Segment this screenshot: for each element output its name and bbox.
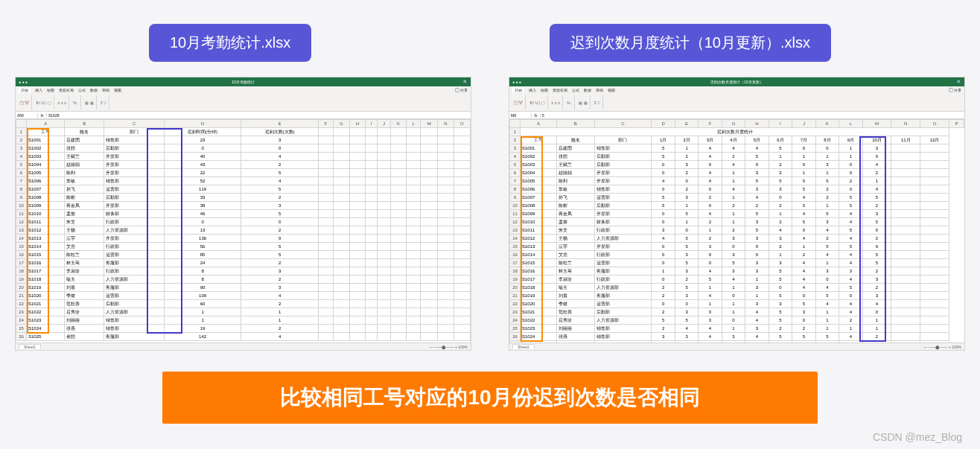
data-cell[interactable]: 1 [164,308,241,316]
data-cell[interactable]: 3 [675,292,698,300]
data-cell[interactable]: 1 [815,202,839,210]
data-cell[interactable]: 孙飞 [557,194,594,202]
data-cell[interactable]: S1004 [521,169,557,177]
data-cell[interactable]: 5 [745,226,769,235]
column-header[interactable]: G [333,120,349,128]
data-cell[interactable]: 2 [769,341,792,343]
data-cell[interactable]: 1 [839,144,862,153]
data-cell[interactable]: 56 [164,243,241,251]
data-cell[interactable]: 22 [164,169,241,177]
data-cell[interactable]: 2 [699,341,722,343]
data-cell[interactable]: S1019 [27,284,65,292]
data-cell[interactable] [920,325,949,333]
table-row[interactable]: 24S1022吕秀珍人力资源部5530450121 [510,316,964,325]
data-cell[interactable] [891,243,920,251]
data-cell[interactable] [891,144,920,153]
data-cell[interactable]: 24 [164,259,241,267]
data-cell[interactable]: 3 [745,185,769,194]
table-row[interactable]: 26S1024张燕销售部3343455542 [510,333,964,341]
table-row[interactable]: 14S1012王杨人力资源部4523334242 [510,235,964,243]
data-cell[interactable]: 人力资源部 [594,284,652,292]
data-cell[interactable] [891,292,920,300]
data-cell[interactable]: 0 [652,161,675,169]
data-cell[interactable] [920,210,949,218]
data-cell[interactable]: 行政部 [104,243,165,251]
column-header[interactable]: H [745,120,769,128]
data-cell[interactable]: 1 [699,300,722,308]
data-cell[interactable]: S1011 [521,226,557,235]
data-cell[interactable]: 2 [862,333,891,341]
data-cell[interactable]: 0 [792,316,815,325]
data-cell[interactable]: 张想 [65,144,104,153]
table-row[interactable]: 23S1021范桂香后勤部2301453140 [510,308,964,316]
data-cell[interactable]: 4 [241,153,319,161]
data-cell[interactable]: 9 [241,235,319,243]
data-cell[interactable] [891,194,920,202]
data-cell[interactable]: 4 [722,185,745,194]
data-cell[interactable]: 王赋兰 [557,161,594,169]
data-cell[interactable]: 4 [699,325,722,333]
data-cell[interactable]: 5 [652,153,675,161]
data-cell[interactable]: 3 [745,267,769,276]
data-cell[interactable] [920,218,949,226]
data-cell[interactable]: 后勤部 [594,153,652,161]
data-cell[interactable]: 4 [815,341,839,343]
data-cell[interactable]: 5 [815,243,839,251]
data-cell[interactable]: 5 [769,292,792,300]
data-cell[interactable] [891,161,920,169]
data-cell[interactable]: 2 [862,202,891,210]
table-row[interactable]: 24S1023刘丽丽销售部11 [16,316,471,325]
data-cell[interactable]: 2 [792,325,815,333]
data-cell[interactable]: 3 [745,300,769,308]
table-row[interactable]: 11S1009蒋金凤开发部0541514543 [510,210,964,218]
data-cell[interactable]: 2 [769,218,792,226]
data-cell[interactable]: 4 [792,276,815,284]
table-row[interactable]: 9S1008陈彬后勤部332 [16,194,471,202]
data-cell[interactable]: 5 [745,210,769,218]
data-cell[interactable]: 1 [722,169,745,177]
data-cell[interactable]: 0 [839,169,862,177]
data-cell[interactable] [891,284,920,292]
data-cell[interactable]: 3 [862,210,891,218]
data-cell[interactable]: 2 [722,226,745,235]
table-row[interactable]: 9S1007孙飞运营部5321404255 [510,194,964,202]
data-cell[interactable]: S1003 [27,153,65,161]
data-cell[interactable]: 2 [241,161,319,169]
data-cell[interactable]: 5 [652,202,675,210]
data-cell[interactable]: 赵丽娟 [65,161,104,169]
data-cell[interactable]: 4 [815,284,839,292]
data-cell[interactable] [920,251,949,259]
data-cell[interactable]: 财务部 [594,218,652,226]
data-cell[interactable] [920,202,949,210]
data-cell[interactable]: 3 [699,316,722,325]
data-cell[interactable]: 1 [722,325,745,333]
data-cell[interactable]: 3 [792,308,815,316]
data-cell[interactable]: 4 [839,218,862,226]
data-cell[interactable]: 3 [241,267,319,276]
data-cell[interactable]: 5 [839,243,862,251]
data-cell[interactable]: S1013 [521,243,557,251]
column-header[interactable]: E [241,120,319,128]
data-cell[interactable]: 财务部 [104,210,165,218]
data-cell[interactable]: S1011 [27,218,65,226]
data-cell[interactable]: 40 [164,153,241,161]
table-row[interactable]: 26S1025崔想客服部1424 [16,333,471,341]
ribbon-tab[interactable]: 审阅 [102,88,109,92]
data-cell[interactable]: S1022 [27,308,65,316]
data-cell[interactable] [920,235,949,243]
data-cell[interactable] [920,153,949,161]
data-cell[interactable]: S1020 [521,300,557,308]
data-cell[interactable]: 运营部 [594,259,652,267]
data-cell[interactable]: 4 [792,259,815,267]
data-cell[interactable]: 后勤部 [594,202,652,210]
spreadsheet-grid[interactable]: ABCDEFGHIJKLMNO 1工号姓名部门迟到时间(分钟)迟到次数(次数) … [16,119,471,341]
data-cell[interactable]: 0 [652,210,675,218]
data-cell[interactable]: S1016 [521,267,557,276]
data-cell[interactable]: 5 [769,308,792,316]
table-row[interactable]: 13S1011朱文行政部3012540450 [510,226,964,235]
data-cell[interactable]: 0 [792,226,815,235]
data-cell[interactable]: 3 [815,161,839,169]
data-cell[interactable]: 2 [241,226,319,235]
data-cell[interactable]: 5 [241,251,319,259]
data-cell[interactable]: 陈利 [557,177,594,185]
